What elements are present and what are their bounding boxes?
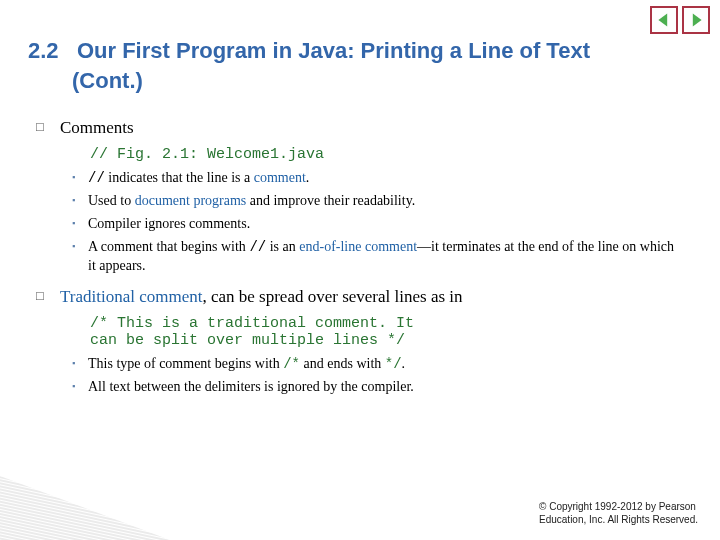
sub-list-2: This type of comment begins with /* and …	[88, 355, 680, 397]
list-item: All text between the delimiters is ignor…	[88, 378, 680, 397]
list-item: A comment that begins with // is an end-…	[88, 238, 680, 276]
svg-marker-0	[658, 14, 667, 27]
nav-controls	[650, 6, 710, 34]
copyright-footer: © Copyright 1992-2012 by Pearson Educati…	[539, 501, 698, 526]
svg-marker-1	[693, 14, 702, 27]
inline-code: */	[385, 356, 402, 372]
list-item: Used to document programs and improve th…	[88, 192, 680, 211]
next-button[interactable]	[682, 6, 710, 34]
code-snippet-1: // Fig. 2.1: Welcome1.java	[90, 146, 680, 163]
decorative-wedge	[0, 470, 170, 540]
arrow-right-icon	[688, 12, 704, 28]
heading-title-2: (Cont.)	[28, 66, 680, 96]
prev-button[interactable]	[650, 6, 678, 34]
list-item: Compiler ignores comments.	[88, 215, 680, 234]
inline-code: //	[249, 239, 266, 255]
list-item: This type of comment begins with /* and …	[88, 355, 680, 374]
code-snippet-2: /* This is a traditional comment. It can…	[90, 315, 680, 349]
sub-list-1: // indicates that the line is a comment.…	[88, 169, 680, 275]
arrow-left-icon	[656, 12, 672, 28]
footer-line-1: © Copyright 1992-2012 by Pearson	[539, 501, 698, 514]
section-comments: Comments	[60, 117, 680, 140]
section-title-rest: , can be spread over several lines as in	[202, 287, 462, 306]
section-title-kw: Traditional comment	[60, 287, 202, 306]
section-traditional: Traditional comment, can be spread over …	[60, 286, 680, 309]
code-line: can be split over multiple lines */	[90, 332, 680, 349]
section-title: Comments	[60, 118, 134, 137]
heading-number: 2.2	[28, 38, 59, 63]
code-line: /* This is a traditional comment. It	[90, 315, 680, 332]
inline-code: /*	[283, 356, 300, 372]
footer-line-2: Education, Inc. All Rights Reserved.	[539, 514, 698, 527]
heading-title-1: Our First Program in Java: Printing a Li…	[77, 38, 590, 63]
svg-marker-3	[0, 476, 170, 540]
slide-content: Comments // Fig. 2.1: Welcome1.java // i…	[0, 107, 720, 396]
inline-code: //	[88, 170, 105, 186]
slide-heading: 2.2 Our First Program in Java: Printing …	[0, 0, 720, 107]
list-item: // indicates that the line is a comment.	[88, 169, 680, 188]
